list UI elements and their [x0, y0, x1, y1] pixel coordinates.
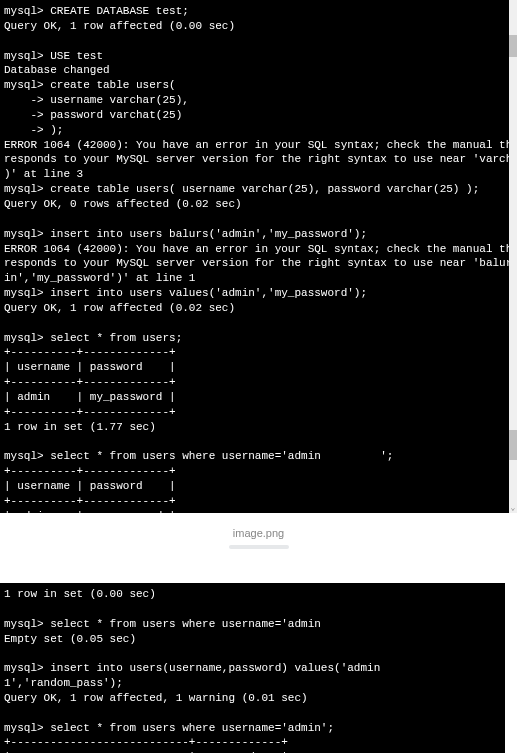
separator-bar — [229, 545, 289, 549]
terminal-output-1[interactable]: mysql> CREATE DATABASE test; Query OK, 1… — [0, 0, 509, 513]
terminal-output-2[interactable]: 1 row in set (0.00 sec) mysql> select * … — [0, 583, 505, 753]
page-wrapper: mysql> CREATE DATABASE test; Query OK, 1… — [0, 0, 517, 753]
scrollbar-thumb[interactable] — [509, 430, 517, 460]
scrollbar-thumb[interactable] — [509, 35, 517, 57]
scroll-down-icon[interactable]: ⌄ — [509, 503, 517, 513]
scrollbar-1[interactable]: ⌄ — [509, 0, 517, 513]
image-caption: image.png — [0, 513, 517, 545]
